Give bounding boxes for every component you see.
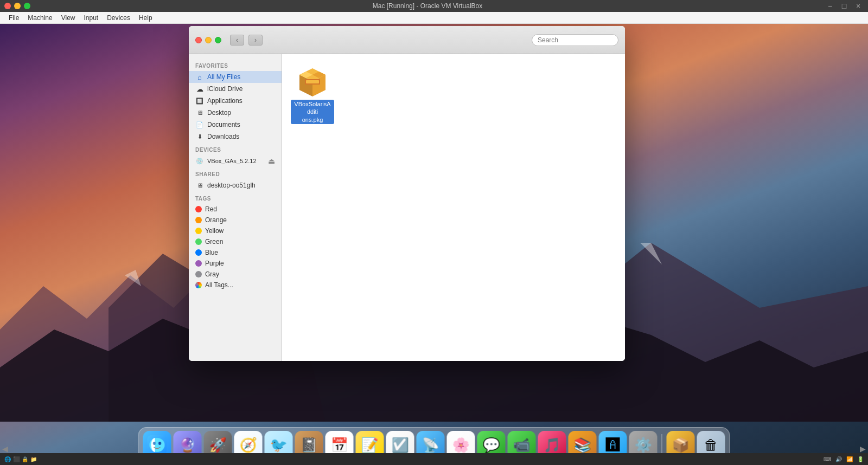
finder-traffic-lights[interactable] [195, 37, 221, 43]
sidebar-label-applications: Applications [207, 97, 242, 105]
titlebar-close-btn[interactable] [4, 3, 11, 9]
finder-close-btn[interactable] [195, 37, 202, 43]
statusbar-battery-icon: 🔋 [857, 456, 864, 462]
airdrop-icon: 📡 [422, 437, 439, 454]
sidebar-devices-header: Devices [189, 143, 282, 155]
shared-computer-icon: 🖥 [195, 181, 204, 190]
menu-help[interactable]: Help [135, 12, 157, 23]
file-item-vboxsolarisadditions[interactable]: VBoxSolarisAdditi ons.pkg [291, 63, 334, 124]
tag-dot-all [195, 282, 202, 288]
safari-icon: 🧭 [240, 437, 257, 454]
sidebar-tag-green[interactable]: Green [189, 236, 282, 247]
sidebar-tag-purple[interactable]: Purple [189, 258, 282, 269]
finder-face-icon [148, 435, 167, 455]
file-label-line1: VBoxSolarisAdditi [293, 100, 332, 116]
titlebar-minimize-system-btn[interactable]: − [825, 0, 835, 12]
eject-icon[interactable]: ⏏ [268, 157, 275, 165]
sidebar-tag-all[interactable]: All Tags... [189, 280, 282, 290]
tag-label-purple: Purple [205, 260, 224, 267]
tag-dot-yellow [195, 228, 202, 234]
statusbar-keyboard-icon: ⌨ [824, 456, 831, 462]
siri-icon: 🔮 [179, 437, 196, 454]
sidebar-item-desktop[interactable]: 🖥 Desktop [189, 107, 282, 119]
menu-machine[interactable]: Machine [23, 12, 56, 23]
notes-icon: 📝 [361, 437, 379, 454]
finder-minimize-btn[interactable] [205, 37, 212, 43]
applications-icon: 🔲 [195, 96, 204, 105]
tag-label-blue: Blue [205, 249, 218, 256]
statusbar-left: 🌐 ⬛ 🔒 📁 [4, 456, 37, 462]
sidebar-item-desktop-shared[interactable]: 🖥 desktop-oo51glh [189, 179, 282, 191]
menu-view[interactable]: View [57, 12, 80, 23]
contacts-icon: 📓 [301, 437, 318, 454]
sidebar-label-downloads: Downloads [207, 133, 239, 140]
titlebar-restore-btn[interactable]: □ [839, 0, 850, 12]
svg-rect-14 [306, 80, 319, 83]
titlebar-maximize-btn[interactable] [24, 3, 30, 9]
tag-label-all: All Tags... [205, 281, 233, 289]
sysprefs-icon: ⚙️ [635, 437, 652, 454]
sidebar-item-documents[interactable]: 📄 Documents [189, 119, 282, 131]
tag-label-green: Green [205, 238, 223, 246]
statusbar-folder-icon: 📁 [30, 456, 37, 462]
sidebar-tag-yellow[interactable]: Yellow [189, 225, 282, 236]
sidebar-label-vbox-gas: VBox_GAs_5.2.12 [207, 158, 257, 164]
sidebar-label-all-my-files: All My Files [207, 73, 240, 81]
statusbar-vm-icon: ⬛ [13, 456, 20, 462]
menu-devices[interactable]: Devices [103, 12, 135, 23]
sidebar-item-applications[interactable]: 🔲 Applications [189, 95, 282, 107]
finder-back-btn[interactable]: ‹ [230, 35, 244, 46]
finder-main-area[interactable]: VBoxSolarisAdditi ons.pkg [282, 54, 625, 361]
statusbar-network-icon: 🌐 [4, 456, 11, 462]
tag-label-gray: Gray [205, 270, 219, 278]
scroll-left-arrow[interactable]: ◀ [2, 444, 8, 453]
sidebar-item-all-my-files[interactable]: ⌂ All My Files [189, 71, 282, 83]
sidebar-tag-red[interactable]: Red [189, 204, 282, 215]
titlebar-right-controls[interactable]: − □ × [825, 0, 864, 12]
sidebar-tags-header: Tags [189, 191, 282, 204]
scroll-right-arrow[interactable]: ▶ [860, 444, 866, 453]
trash-icon: 🗑 [704, 437, 718, 454]
sidebar-favorites-header: Favorites [189, 59, 282, 71]
sidebar-item-downloads[interactable]: ⬇ Downloads [189, 131, 282, 143]
statusbar-right: ⌨ 🔊 📶 🔋 [824, 456, 864, 462]
photos-icon: 🌸 [452, 437, 470, 454]
titlebar-close-system-btn[interactable]: × [853, 0, 864, 12]
package-icon [295, 63, 330, 98]
sidebar-tag-gray[interactable]: Gray [189, 269, 282, 280]
finder-sidebar: Favorites ⌂ All My Files ☁ iCloud Drive … [189, 54, 282, 361]
sidebar-tag-orange[interactable]: Orange [189, 215, 282, 225]
finder-toolbar: ‹ › [189, 26, 625, 54]
titlebar-title: Mac [Running] - Oracle VM VirtualBox [30, 2, 825, 10]
sidebar-shared-header: Shared [189, 167, 282, 179]
statusbar-sound-icon: 🔊 [835, 456, 842, 462]
sidebar-item-vbox-gas[interactable]: 💿 VBox_GAs_5.2.12 ⏏ [189, 155, 282, 167]
sidebar-item-icloud[interactable]: ☁ iCloud Drive [189, 83, 282, 95]
titlebar-minimize-btn[interactable] [14, 3, 21, 9]
tag-dot-blue [195, 249, 202, 256]
reminders-icon: ☑️ [392, 437, 409, 454]
file-label: VBoxSolarisAdditi ons.pkg [291, 100, 334, 124]
icloud-icon: ☁ [195, 85, 204, 93]
statusbar: 🌐 ⬛ 🔒 📁 ⌨ 🔊 📶 🔋 [0, 453, 868, 465]
tag-dot-red [195, 206, 202, 212]
menu-file[interactable]: File [4, 12, 23, 23]
downloads-icon: ⬇ [195, 132, 204, 141]
menu-input[interactable]: Input [80, 12, 103, 23]
sidebar-label-documents: Documents [207, 121, 240, 128]
desktop-icon: 🖥 [195, 108, 204, 117]
titlebar-controls[interactable] [4, 3, 30, 9]
menubar: File Machine View Input Devices Help [0, 12, 868, 24]
virtualbox-window: ‹ › Favorites ⌂ All My Files ☁ iCloud Dr… [0, 24, 868, 465]
titlebar: Mac [Running] - Oracle VM VirtualBox − □… [0, 0, 868, 12]
finder-maximize-btn[interactable] [215, 37, 221, 43]
sidebar-tag-blue[interactable]: Blue [189, 247, 282, 258]
tag-label-orange: Orange [205, 216, 227, 224]
sidebar-label-desktop-shared: desktop-oo51glh [207, 182, 256, 189]
file-label-line2: ons.pkg [293, 116, 332, 124]
documents-icon: 📄 [195, 120, 204, 129]
sidebar-label-desktop: Desktop [207, 109, 231, 117]
finder-window: ‹ › Favorites ⌂ All My Files ☁ iCloud Dr… [189, 26, 625, 361]
finder-search-input[interactable] [532, 34, 618, 46]
finder-forward-btn[interactable]: › [248, 35, 263, 46]
